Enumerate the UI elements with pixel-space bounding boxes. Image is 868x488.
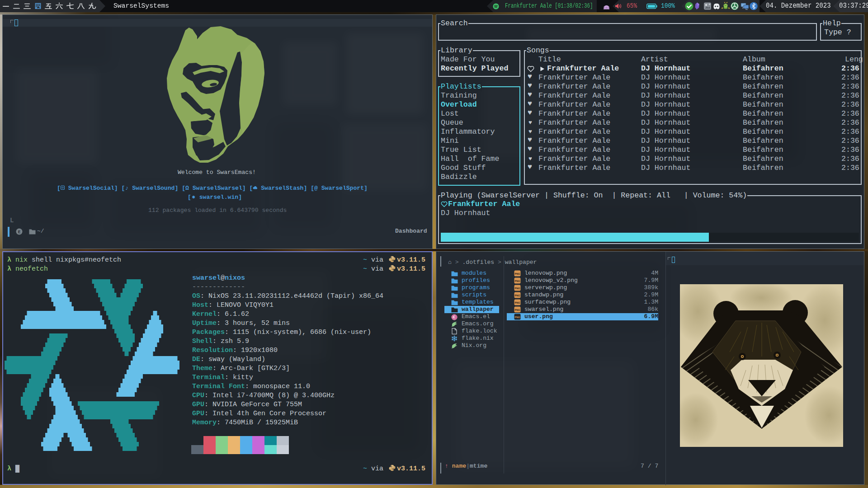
svg-text:PNG: PNG <box>515 287 520 290</box>
svg-text:PNG: PNG <box>515 280 520 282</box>
svg-text:PNG: PNG <box>515 309 520 311</box>
svg-text:PNG: PNG <box>515 301 520 304</box>
svg-text:PNG: PNG <box>515 316 520 319</box>
svg-text:PNG: PNG <box>515 294 520 297</box>
svg-text:E: E <box>18 230 21 235</box>
svg-text:PNG: PNG <box>515 272 520 275</box>
